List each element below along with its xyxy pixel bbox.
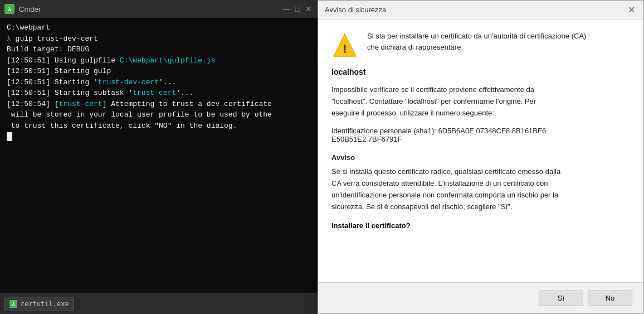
dialog-verify-text: Impossibile verificare se il certificato… [331,84,630,119]
close-button[interactable]: ✕ [304,4,313,13]
dialog-header-row: ! Si sta per installare un certificato d… [331,31,630,59]
terminal-line: [12:50:51] Starting subtask 'trust-cert'… [7,88,311,99]
terminal-line: Build target: DEBUG [7,44,311,55]
security-dialog: Avviso di sicurezza ✕ ! Si sta per insta… [318,0,644,314]
terminal-body: C:\webpart λ gulp trust-dev-cert Build t… [0,18,318,293]
dialog-warning-title: Avviso [331,152,630,164]
terminal-line: [12:50:51] Starting 'trust-dev-cert'... [7,77,311,88]
dialog-close-button[interactable]: ✕ [626,4,637,16]
terminal-line: [12:50:51] Using gulpfile C:\webpart\gul… [7,55,311,66]
dialog-intro-text: Si sta per installare un certificato da … [367,31,586,52]
dialog-warning-text: Se si installa questo certificato radice… [331,166,630,212]
terminal-title: Cmder [19,5,282,13]
terminal-controls: — □ ✕ [282,4,313,13]
dialog-title: Avviso di sicurezza [325,6,626,14]
terminal-titlebar: λ Cmder — □ ✕ [0,0,318,18]
no-button[interactable]: No [588,291,632,306]
minimize-button[interactable]: — [282,4,291,13]
dialog-body: ! Si sta per installare un certificato d… [318,20,643,282]
terminal-line: [12:50:54] [trust-cert] Attempting to tr… [7,99,311,110]
dialog-footer: Sì No [318,282,643,313]
yes-button[interactable]: Sì [539,291,583,306]
terminal-cursor-line [7,131,311,142]
terminal-window: λ Cmder — □ ✕ C:\webpart λ gulp trust-de… [0,0,318,314]
taskbar-icon: λ [9,300,17,308]
terminal-line: λ gulp trust-dev-cert [7,33,311,45]
taskbar-label: certutil.exe [21,300,69,308]
terminal-line: will be stored in your local user profil… [7,109,311,120]
cmder-icon: λ [4,4,14,14]
terminal-line: C:\webpart [7,22,311,33]
terminal-taskbar: λ certutil.exe [0,293,318,314]
certutil-taskbar-item[interactable]: λ certutil.exe [4,297,74,311]
maximize-button[interactable]: □ [293,4,302,13]
dialog-fingerprint: Identificazione personale (sha1): 6D5B6A… [331,127,630,143]
warning-icon: ! [331,32,358,59]
terminal-line: [12:50:51] Starting gulp [7,66,311,77]
dialog-question: Installare il certificato? [331,221,630,230]
svg-text:!: ! [343,42,347,56]
dialog-hostname: localhost [331,67,630,76]
terminal-line: to trust this certificate, click "NO" in… [7,120,311,132]
dialog-warning-section: Avviso Se si installa questo certificato… [331,152,630,212]
dialog-titlebar: Avviso di sicurezza ✕ [318,1,643,20]
